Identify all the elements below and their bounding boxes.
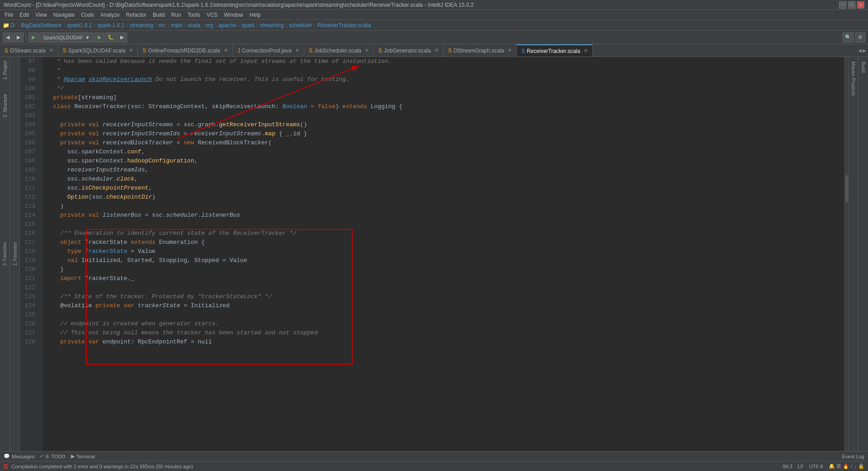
tab-dstream[interactable]: S DStream.scala ✕ [0,44,58,57]
tab-dstream-icon: S [5,48,8,54]
tab-receivertracker-close[interactable]: ✕ [584,48,588,54]
menu-code[interactable]: Code [78,11,97,19]
tab-receivertracker-label: ReceiverTracker.scala [527,48,580,54]
toolbar-run-config[interactable]: SparkSQLDUDAF ▼ [39,33,94,43]
bc-spark[interactable]: spark [241,22,255,29]
favorites-label[interactable]: 1: Favorites [11,239,19,268]
code-line-127: // This not being null means the tracker… [46,328,844,338]
toolbar-back-btn[interactable]: ◀ [3,33,13,43]
code-area[interactable]: * has been called because it needs the f… [42,57,844,451]
tab-online-label: OnlineForeachRDD2DB.scala [148,48,220,54]
window-controls[interactable]: ─ □ ✕ [839,1,864,9]
close-button[interactable]: ✕ [857,1,864,9]
tab-online[interactable]: S OnlineForeachRDD2DB.scala ✕ [138,44,232,57]
bc-apache[interactable]: apache [218,22,236,29]
terminal-tab[interactable]: ▶ Terminal [71,453,95,459]
bc-org[interactable]: org [206,22,213,29]
tab-jobsched-close[interactable]: ✕ [365,48,369,53]
linenum-127: 127 [20,328,39,338]
toolbar-fwd-btn[interactable]: ▶ [14,33,24,43]
bc-scala[interactable]: scala [188,22,200,29]
maven-sidebar: Maven Projects [848,57,858,451]
tab-online-close[interactable]: ✕ [224,48,228,53]
tab-dstreamgraph[interactable]: S DStreamGraph.scala ✕ [443,44,517,57]
tab-scroll-right[interactable]: ▶ [863,47,866,54]
build-label[interactable]: Build [859,59,868,75]
tab-jobgen[interactable]: S JobGenerator.scala ✕ [374,44,443,57]
code-line-124: @volatile private var trackerState = Ini… [46,301,844,310]
terminal-label: Terminal [76,454,95,459]
messages-label: Messages [12,454,34,459]
tab-dstream-close[interactable]: ✕ [49,48,53,53]
bc-streaming[interactable]: streaming [130,22,154,29]
tab-receivertracker[interactable]: S ReceiverTracker.scala ✕ [517,44,593,57]
menu-refactor[interactable]: Refactor [123,11,149,19]
bc-d[interactable]: D: [10,22,16,29]
status-bar: S Compilation completed with 1 error and… [0,461,868,471]
code-line-100: */ [46,84,844,93]
search-everywhere-btn[interactable]: 🔍 [843,33,854,43]
status-icons: 🔔 英 🔥 ↑ ↓ 🔒 [829,463,864,470]
title-bar: WordCount - [D:\IdeaProjects\WordCount] … [0,0,868,10]
menu-navigate[interactable]: Navigate [51,11,77,19]
tab-sparksql-close[interactable]: ✕ [129,48,133,53]
linenum-104: 104 [20,120,39,129]
minimize-button[interactable]: ─ [839,1,846,9]
menu-window[interactable]: Window [221,11,246,19]
bc-file[interactable]: ReceiverTracker.scala [317,22,371,29]
menu-tools[interactable]: Tools [185,11,203,19]
status-left: S Compilation completed with 1 error and… [4,463,193,470]
code-line-121: import TrackerState._ [46,274,844,283]
main-area: 1: Project 2: Structure 1: Favorites 2: … [0,57,868,451]
messages-tab[interactable]: 💬 Messages [4,453,34,459]
tab-scroll-left[interactable]: ◀ [858,47,862,54]
bc-streaming2[interactable]: streaming [260,22,284,29]
bc-main[interactable]: main [171,22,183,29]
project-icon[interactable]: 1: Project [1,59,9,81]
linenum-121: 121 [20,274,39,283]
linenum-123: 123 [20,292,39,301]
menu-analyze[interactable]: Analyze [98,11,123,19]
menu-view[interactable]: View [33,11,50,19]
bc-scheduler[interactable]: scheduler [289,22,312,29]
code-line-97: * has been called because it needs the f… [46,57,844,66]
menu-run[interactable]: Run [169,11,184,19]
tab-online-icon: S [142,48,146,54]
bc-src[interactable]: src [159,22,166,29]
favorites-2-label[interactable]: 2: Favorites [0,239,9,268]
run-button[interactable]: ▶ [94,33,104,43]
vertical-scrollbar[interactable] [844,57,848,451]
tab-connpool[interactable]: J ConnectionPool.java ✕ [233,44,304,57]
toolbar-build-btn[interactable]: ▶ [28,33,38,43]
menu-file[interactable]: File [2,11,16,19]
tab-jobgen-close[interactable]: ✕ [434,48,439,53]
maximize-button[interactable]: □ [848,1,855,9]
menu-vcs[interactable]: VCS [204,11,221,19]
linenum-125: 125 [20,310,39,319]
bottom-tool-bar: 💬 Messages ✓ 6: TODO ▶ Terminal Event Lo… [0,451,868,461]
coverage-button[interactable]: ▶ [117,33,127,43]
bc-bigdata[interactable]: BigDataSoftware [21,22,61,29]
event-log-tab[interactable]: Event Log [842,454,864,459]
structure-icon[interactable]: 2: Structure [1,92,9,119]
scrollbar-thumb[interactable] [845,175,848,202]
tab-connpool-label: ConnectionPool.java [242,48,292,54]
settings-btn[interactable]: ⚙ [855,33,865,43]
tab-connpool-close[interactable]: ✕ [295,48,299,53]
code-line-122 [46,283,844,292]
run-config-dropdown-icon[interactable]: ▼ [85,35,90,40]
bc-spark161[interactable]: spark1.6.1 [67,22,92,29]
menu-help[interactable]: Help [247,11,264,19]
code-line-118: type TrackerState = Value [46,247,844,256]
code-line-126: // endpoint is created when generator st… [46,319,844,328]
code-line-105: private val receiverInputStreamIds = rec… [46,129,844,138]
menu-edit[interactable]: Edit [17,11,32,19]
menu-build[interactable]: Build [150,11,168,19]
tab-jobsched[interactable]: S JobScheduler.scala ✕ [304,44,374,57]
tab-sparksql[interactable]: S SparkSQLDUDAF.scala ✕ [58,44,138,57]
todo-tab[interactable]: ✓ 6: TODO [40,453,66,459]
tab-dstreamgraph-close[interactable]: ✕ [508,48,512,53]
maven-label[interactable]: Maven Projects [849,59,858,99]
debug-button[interactable]: 🐛 [105,33,116,43]
bc-spark-161[interactable]: spark-1.6.1 [97,22,124,29]
